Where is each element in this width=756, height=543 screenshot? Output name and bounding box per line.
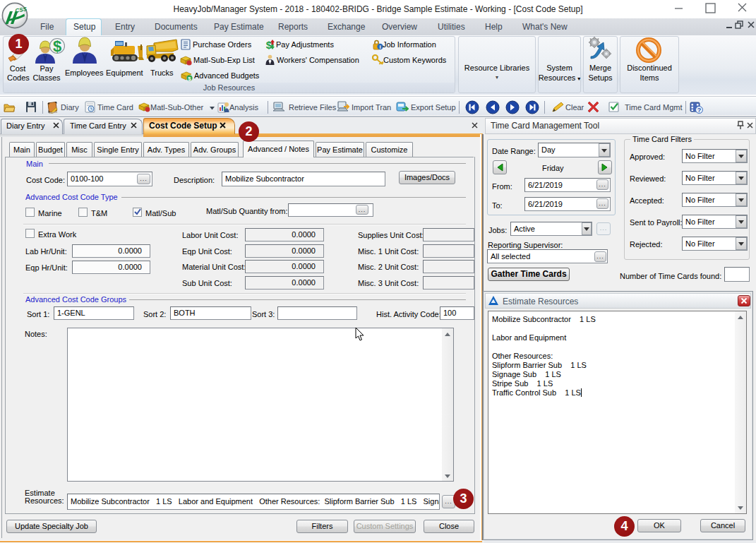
svg-text:$: $ [53, 37, 61, 55]
svg-text:$: $ [266, 39, 272, 50]
svg-text:$: $ [188, 76, 191, 82]
svg-text:?: ? [697, 107, 702, 114]
svg-text:i: i [379, 44, 380, 50]
